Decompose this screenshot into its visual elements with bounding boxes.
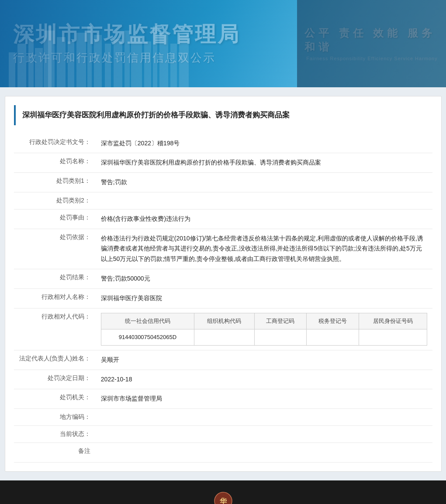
header-values-en: Fairness Responsibility Efficiency Servi…: [306, 56, 437, 61]
label-notes: 备注: [14, 443, 96, 463]
table-row-reason: 处罚事由： 价格(含行政事业性收费)违法行为: [14, 209, 432, 229]
label-status: 当前状态：: [14, 426, 96, 443]
label-result: 处罚结果：: [14, 269, 96, 289]
label-entity-code: 行政相对人代码：: [14, 308, 96, 350]
value-category2: [96, 192, 432, 209]
table-row-result: 处罚结果： 警告;罚款50000元: [14, 269, 432, 289]
cell-credit-code: 91440300750452065D: [101, 329, 194, 345]
header-values-cn: 公平 责任 效能 服务 和谐: [304, 26, 439, 54]
value-result: 警告;罚款50000元: [96, 269, 432, 289]
table-row-authority: 处罚机关： 深圳市市场监督管理局: [14, 389, 432, 409]
case-title-box: 深圳福华医疗美容医院利用虚构原价打折的价格手段欺骗、诱导消费者购买商品案: [14, 105, 432, 125]
header-right: 公平 责任 效能 服务 和谐 Fairness Responsibility E…: [297, 0, 446, 87]
info-table: 行政处罚决定书文号： 深市监处罚〔2022〕稽198号 处罚名称： 深圳福华医疗…: [14, 134, 432, 463]
case-title: 深圳福华医疗美容医院利用虚构原价打折的价格手段欺骗、诱导消费者购买商品案: [22, 110, 426, 121]
header: 深圳市市场监督管理局 行政许可和行政处罚信用信息双公示 公平 责任 效能 服务 …: [0, 0, 446, 87]
value-category1: 警告;罚款: [96, 173, 432, 192]
value-entity-name: 深圳福华医疗美容医院: [96, 288, 432, 308]
value-local-code: [96, 409, 432, 426]
label-entity-name: 行政相对人名称：: [14, 288, 96, 308]
header-left: 深圳市市场监督管理局 行政许可和行政处罚信用信息双公示: [0, 13, 297, 75]
table-row-doc-number: 行政处罚决定书文号： 深市监处罚〔2022〕稽198号: [14, 134, 432, 153]
col-header-biz: 工商登记码: [254, 313, 307, 329]
footer: 华 主办单位：深圳市市场监督局（深圳市知识产权局） 网站标识码：44030000…: [0, 480, 446, 504]
table-row-penalty-name: 处罚名称： 深圳福华医疗美容医院利用虚构原价打折的价格手段欺骗、诱导消费者购买商…: [14, 153, 432, 173]
label-category2: 处罚类别2：: [14, 192, 96, 209]
label-doc-number: 行政处罚决定书文号：: [14, 134, 96, 153]
value-notes: [96, 443, 432, 463]
label-legal-rep: 法定代表人(负责人)姓名：: [14, 350, 96, 370]
col-header-credit: 统一社会信用代码: [101, 313, 194, 329]
cell-biz-code: [254, 329, 307, 345]
value-status: [96, 426, 432, 443]
value-decision-date: 2022-10-18: [96, 370, 432, 389]
label-decision-date: 处罚决定日期：: [14, 370, 96, 389]
table-row-local-code: 地方编码：: [14, 409, 432, 426]
value-entity-code: 统一社会信用代码 组织机构代码 工商登记码 税务登记号 居民身份证号码 9144…: [96, 308, 432, 350]
table-row-entity-name: 行政相对人名称： 深圳福华医疗美容医院: [14, 288, 432, 308]
label-local-code: 地方编码：: [14, 409, 96, 426]
table-row-category1: 处罚类别1： 警告;罚款: [14, 173, 432, 192]
value-penalty-name: 深圳福华医疗美容医院利用虚构原价打折的价格手段欺骗、诱导消费者购买商品案: [96, 153, 432, 173]
cell-tax-code: [307, 329, 359, 345]
label-basis: 处罚依据：: [14, 229, 96, 269]
cell-id-code: [359, 329, 427, 345]
table-row-status: 当前状态：: [14, 426, 432, 443]
table-row-category2: 处罚类别2：: [14, 192, 432, 209]
header-subtitle: 行政许可和行政处罚信用信息双公示: [13, 50, 284, 65]
col-header-org: 组织机构代码: [194, 313, 254, 329]
table-row-notes: 备注: [14, 443, 432, 463]
value-legal-rep: 吴顺开: [96, 350, 432, 370]
table-row-entity-code: 行政相对人代码： 统一社会信用代码 组织机构代码 工商登记码 税务登记号 居民身…: [14, 308, 432, 350]
col-header-id: 居民身份证号码: [359, 313, 427, 329]
label-penalty-name: 处罚名称：: [14, 153, 96, 173]
main-content: 深圳福华医疗美容医院利用虚构原价打折的价格手段欺骗、诱导消费者购买商品案 行政处…: [5, 96, 442, 472]
cell-org-code: [194, 329, 254, 345]
header-title: 深圳市市场监督管理局: [13, 22, 284, 47]
footer-logo-icon: 华: [214, 491, 233, 504]
svg-text:华: 华: [219, 497, 227, 504]
value-authority: 深圳市市场监督管理局: [96, 389, 432, 409]
table-row-legal-rep: 法定代表人(负责人)姓名： 吴顺开: [14, 350, 432, 370]
label-reason: 处罚事由：: [14, 209, 96, 229]
table-row-basis: 处罚依据： 价格违法行为行政处罚规定(2010修订)/第七条经营者违反价格法第十…: [14, 229, 432, 269]
value-doc-number: 深市监处罚〔2022〕稽198号: [96, 134, 432, 153]
table-row-decision-date: 处罚决定日期： 2022-10-18: [14, 370, 432, 389]
label-authority: 处罚机关：: [14, 389, 96, 409]
code-sub-table: 统一社会信用代码 组织机构代码 工商登记码 税务登记号 居民身份证号码 9144…: [101, 313, 427, 346]
value-reason: 价格(含行政事业性收费)违法行为: [96, 209, 432, 229]
label-category1: 处罚类别1：: [14, 173, 96, 192]
col-header-tax: 税务登记号: [307, 313, 359, 329]
value-basis: 价格违法行为行政处罚规定(2010修订)/第七条经营者违反价格法第十四条的规定,…: [96, 229, 432, 269]
